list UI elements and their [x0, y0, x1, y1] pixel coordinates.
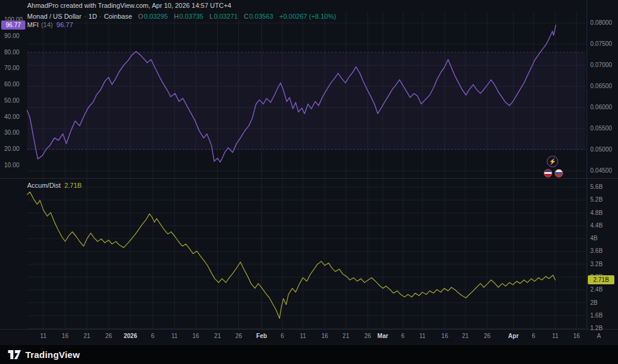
mfi-band — [27, 53, 585, 150]
close-value: 0.03563 — [249, 13, 273, 20]
axis-tick-label: 0.06000 — [590, 103, 612, 112]
flag-icon-2[interactable] — [555, 169, 563, 177]
axis-tick-label: 80.00 — [4, 48, 19, 57]
symbol-legend[interactable]: Monad / US Dollar·1D·Coinbase O0.03295 H… — [27, 13, 336, 20]
accdist-indicator-legend[interactable]: Accum/Dist2.71B — [27, 182, 81, 189]
mfi-last-value-badge: 96.77 — [1, 21, 25, 30]
axis-tick-label: 0.05500 — [590, 124, 612, 133]
axis-corner-button[interactable]: A — [597, 333, 601, 339]
time-tick-label: 26 — [474, 333, 500, 339]
close-label: C — [244, 13, 249, 20]
accdist-name[interactable]: Accum/Dist — [27, 182, 61, 189]
axis-tick-label: 0.08000 — [590, 19, 612, 27]
lightning-icon[interactable]: ⚡ — [547, 156, 558, 167]
chart-canvas[interactable] — [0, 0, 618, 344]
mfi-value: 96.77 — [57, 21, 74, 28]
axis-tick-label: 5.6B — [590, 183, 603, 191]
axis-tick-label: 2.4B — [590, 286, 603, 294]
time-tick-label: 16 — [563, 333, 590, 339]
accdist-value: 2.71B — [65, 182, 82, 189]
legend-separator: · — [84, 13, 86, 20]
low-value: 0.03271 — [214, 13, 238, 20]
axis-tick-label: 5.2B — [590, 196, 603, 204]
axis-tick-label: 40.00 — [4, 113, 19, 121]
axis-tick-label: 4.4B — [590, 222, 603, 230]
axis-tick-label: 70.00 — [4, 64, 19, 72]
axis-tick-label: 0.07000 — [590, 61, 612, 69]
tradingview-chart-window: AhmadPro created with TradingView.com, A… — [0, 0, 618, 364]
axis-tick-label: 1.6B — [590, 311, 603, 320]
interval-label[interactable]: 1D — [89, 13, 97, 20]
time-scale[interactable]: 111621262026611162126Feb611162126Mar6111… — [0, 329, 618, 344]
bottom-toolbar: TradingView — [0, 344, 618, 364]
symbol-title[interactable]: Monad / US Dollar — [27, 13, 81, 20]
axis-tick-label: 60.00 — [4, 80, 19, 89]
tradingview-brand[interactable]: TradingView — [8, 350, 80, 360]
lightning-glyph: ⚡ — [549, 158, 556, 165]
mfi-name[interactable]: MFI — [27, 21, 39, 28]
axis-tick-label: 50.00 — [4, 97, 19, 105]
axis-tick-label: 0.07500 — [590, 40, 612, 48]
open-value: 0.03295 — [144, 13, 168, 20]
high-value: 0.03735 — [179, 13, 203, 20]
axis-tick-label: 3.6B — [590, 247, 603, 255]
axis-tick-label: 0.05000 — [590, 145, 612, 154]
axis-tick-label: 2B — [590, 299, 597, 307]
flag-icon-1[interactable] — [544, 169, 552, 177]
legend-separator: · — [100, 13, 102, 20]
axis-tick-label: 10.00 — [4, 161, 19, 170]
axis-tick-label: 30.00 — [4, 129, 19, 137]
axis-tick-label: 3.2B — [590, 260, 603, 269]
mfi-indicator-legend[interactable]: MFI(14)96.77 — [27, 21, 73, 28]
high-label: H — [174, 13, 179, 20]
open-label: O — [138, 13, 144, 20]
accdist-line[interactable] — [27, 192, 555, 318]
exchange-label: Coinbase — [104, 13, 132, 20]
accdist-last-value-badge: 2.71B — [588, 275, 614, 284]
mfi-params: (14) — [41, 21, 53, 28]
tradingview-wordmark: TradingView — [25, 350, 80, 360]
change-value: +0.00267 (+8.10%) — [279, 13, 336, 20]
axis-tick-label: 4B — [590, 234, 597, 243]
attribution: AhmadPro created with TradingView.com, A… — [27, 2, 231, 9]
axis-tick-label: 90.00 — [4, 32, 19, 40]
tradingview-logo-icon — [8, 350, 21, 359]
axis-tick-label: 0.04500 — [590, 167, 612, 175]
axis-tick-label: 20.00 — [4, 145, 19, 153]
axis-tick-label: 0.06500 — [590, 82, 612, 91]
axis-tick-label: 4.8B — [590, 209, 603, 217]
low-label: L — [209, 13, 213, 20]
pane-separator[interactable] — [0, 178, 618, 179]
